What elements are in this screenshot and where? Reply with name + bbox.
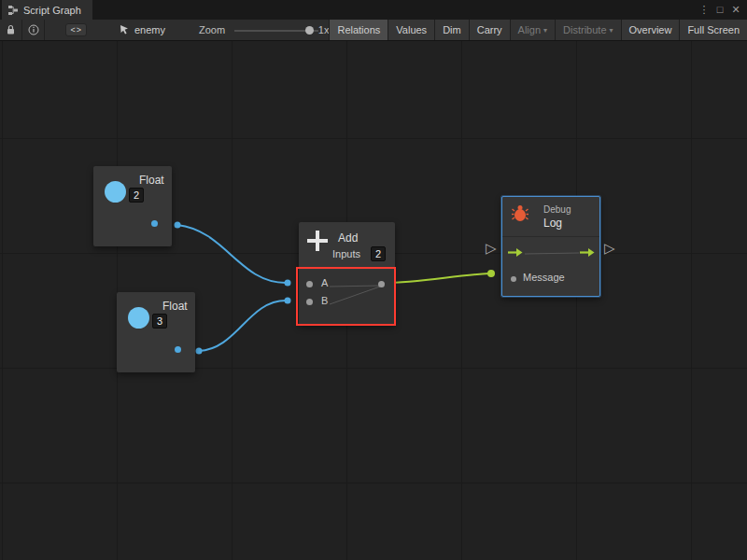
float-node-1[interactable]: Float 2: [93, 166, 172, 246]
flow-triangle-left-icon[interactable]: ▷: [486, 241, 497, 255]
chevron-down-icon: ▾: [610, 26, 613, 35]
graph-pointer-icon: [119, 24, 130, 35]
graph-toolbar: <> enemy Zoom 1x Relations Values Dim Ca…: [0, 20, 747, 41]
carry-button[interactable]: Carry: [469, 20, 510, 40]
window-controls: ⋮ □ ✕: [697, 0, 747, 20]
add-node[interactable]: Add Inputs 2 A B: [299, 222, 395, 325]
lock-button[interactable]: [0, 20, 21, 41]
info-icon: [28, 24, 39, 35]
script-graph-window: Script Graph ⋮ □ ✕ <>: [0, 0, 747, 560]
float-output-port[interactable]: [151, 220, 158, 227]
chevron-down-icon: ▾: [543, 26, 547, 35]
float-node-2[interactable]: Float 3: [117, 292, 195, 372]
code-view-button[interactable]: <>: [65, 23, 87, 36]
distribute-label: Distribute: [563, 24, 606, 35]
window-restore-icon[interactable]: □: [712, 0, 727, 20]
plus-icon: [305, 229, 330, 253]
wire-add-to-log-message[interactable]: [384, 273, 489, 283]
tab-title: Script Graph: [23, 5, 81, 16]
node-title: Add: [338, 231, 358, 245]
align-button: Align ▾: [510, 20, 555, 40]
graph-reference[interactable]: enemy: [119, 24, 165, 35]
distribute-button: Distribute ▾: [555, 20, 620, 40]
flow-out-port[interactable]: [580, 247, 595, 258]
node-divider: [502, 236, 599, 237]
flow-in-port[interactable]: [508, 247, 523, 258]
float-type-icon: [128, 307, 149, 329]
add-node-header: Add Inputs 2: [299, 222, 395, 269]
graph-name-label: enemy: [134, 24, 165, 35]
float-value-input[interactable]: 2: [129, 188, 144, 203]
message-input-port[interactable]: [511, 276, 516, 282]
debug-log-node[interactable]: Debug Log Message: [501, 196, 600, 297]
message-label: Message: [523, 272, 565, 283]
inputs-count-input[interactable]: 2: [371, 246, 386, 261]
node-title: Float: [139, 174, 164, 187]
relation-lines: [299, 270, 395, 325]
tab-script-graph[interactable]: Script Graph: [2, 0, 92, 20]
toolbar-divider: [44, 20, 45, 40]
relations-button[interactable]: Relations: [329, 20, 388, 40]
port-b-label: B: [321, 295, 328, 306]
add-output-port[interactable]: [378, 281, 385, 287]
lock-icon: [6, 24, 16, 35]
overview-button[interactable]: Overview: [621, 20, 680, 40]
wire-float2-to-add-b[interactable]: [199, 301, 286, 351]
window-menu-icon[interactable]: ⋮: [697, 0, 712, 20]
window-close-icon[interactable]: ✕: [728, 0, 743, 20]
zoom-label: Zoom: [199, 24, 225, 35]
align-label: Align: [518, 24, 541, 35]
input-port-a[interactable]: [306, 281, 313, 287]
float-type-icon: [105, 181, 126, 203]
bug-icon: [511, 204, 529, 223]
wire-float1-to-add-a[interactable]: [177, 225, 286, 283]
dim-button[interactable]: Dim: [434, 20, 469, 40]
add-node-ports: A B: [299, 270, 395, 325]
node-category: Debug: [543, 204, 571, 215]
graph-canvas[interactable]: Float 2 Float 3 Add Inputs 2: [0, 41, 747, 560]
graph-icon: [7, 5, 19, 16]
float-output-port[interactable]: [175, 346, 181, 353]
titlebar: Script Graph ⋮ □ ✕: [0, 0, 747, 20]
input-port-b[interactable]: [306, 299, 313, 305]
zoom-value: 1x: [318, 24, 330, 35]
zoom-slider-handle[interactable]: [305, 26, 314, 35]
inspector-button[interactable]: [22, 20, 44, 41]
node-title: Log: [543, 217, 562, 230]
float-value-input[interactable]: 3: [152, 314, 167, 329]
values-button[interactable]: Values: [388, 20, 434, 40]
port-a-label: A: [321, 277, 328, 288]
toolbar-buttons: Relations Values Dim Carry Align ▾ Distr…: [329, 20, 747, 40]
zoom-slider[interactable]: [234, 20, 313, 41]
node-title: Float: [162, 300, 188, 313]
flow-triangle-right-icon[interactable]: ▷: [604, 241, 615, 255]
inputs-label: Inputs: [332, 248, 360, 259]
fullscreen-button[interactable]: Full Screen: [679, 20, 747, 40]
